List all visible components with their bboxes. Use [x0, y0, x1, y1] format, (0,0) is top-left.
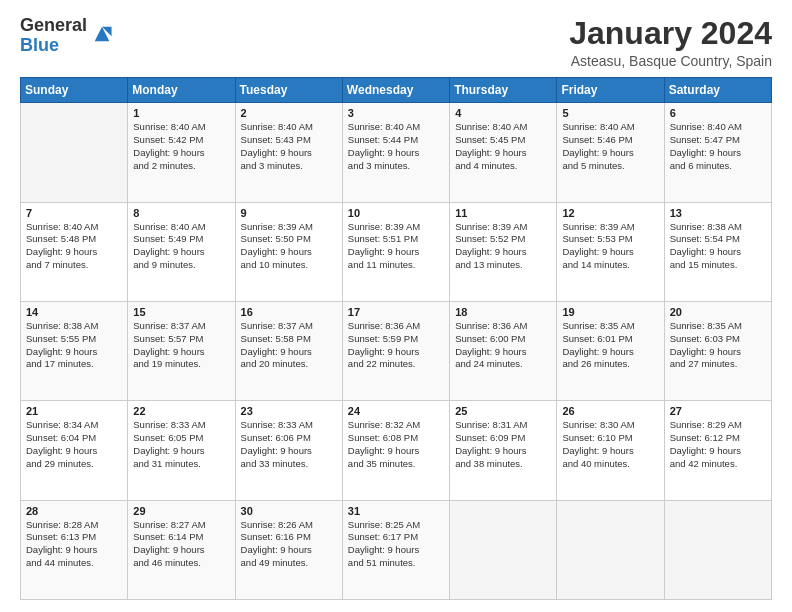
cell-info: Sunrise: 8:36 AMSunset: 6:00 PMDaylight:… [455, 320, 551, 371]
cell-info: Sunrise: 8:40 AMSunset: 5:47 PMDaylight:… [670, 121, 766, 172]
calendar-week-row: 28Sunrise: 8:28 AMSunset: 6:13 PMDayligh… [21, 500, 772, 599]
calendar-cell [557, 500, 664, 599]
calendar-day-header: Monday [128, 78, 235, 103]
calendar-week-row: 14Sunrise: 8:38 AMSunset: 5:55 PMDayligh… [21, 301, 772, 400]
cell-date: 27 [670, 405, 766, 417]
cell-date: 25 [455, 405, 551, 417]
calendar-cell: 19Sunrise: 8:35 AMSunset: 6:01 PMDayligh… [557, 301, 664, 400]
calendar-cell: 27Sunrise: 8:29 AMSunset: 6:12 PMDayligh… [664, 401, 771, 500]
header: General Blue January 2024 Asteasu, Basqu… [20, 16, 772, 69]
calendar-cell: 3Sunrise: 8:40 AMSunset: 5:44 PMDaylight… [342, 103, 449, 202]
calendar-cell: 29Sunrise: 8:27 AMSunset: 6:14 PMDayligh… [128, 500, 235, 599]
calendar-cell: 4Sunrise: 8:40 AMSunset: 5:45 PMDaylight… [450, 103, 557, 202]
cell-info: Sunrise: 8:40 AMSunset: 5:42 PMDaylight:… [133, 121, 229, 172]
calendar-cell: 22Sunrise: 8:33 AMSunset: 6:05 PMDayligh… [128, 401, 235, 500]
cell-date: 7 [26, 207, 122, 219]
calendar-cell: 26Sunrise: 8:30 AMSunset: 6:10 PMDayligh… [557, 401, 664, 500]
calendar-week-row: 21Sunrise: 8:34 AMSunset: 6:04 PMDayligh… [21, 401, 772, 500]
cell-date: 13 [670, 207, 766, 219]
cell-date: 2 [241, 107, 337, 119]
calendar-week-row: 1Sunrise: 8:40 AMSunset: 5:42 PMDaylight… [21, 103, 772, 202]
cell-info: Sunrise: 8:34 AMSunset: 6:04 PMDaylight:… [26, 419, 122, 470]
cell-info: Sunrise: 8:30 AMSunset: 6:10 PMDaylight:… [562, 419, 658, 470]
calendar-cell: 12Sunrise: 8:39 AMSunset: 5:53 PMDayligh… [557, 202, 664, 301]
calendar-day-header: Thursday [450, 78, 557, 103]
calendar-cell: 2Sunrise: 8:40 AMSunset: 5:43 PMDaylight… [235, 103, 342, 202]
calendar-cell: 15Sunrise: 8:37 AMSunset: 5:57 PMDayligh… [128, 301, 235, 400]
cell-date: 12 [562, 207, 658, 219]
logo-general: General [20, 16, 87, 36]
cell-info: Sunrise: 8:35 AMSunset: 6:01 PMDaylight:… [562, 320, 658, 371]
calendar-cell: 21Sunrise: 8:34 AMSunset: 6:04 PMDayligh… [21, 401, 128, 500]
calendar-cell: 9Sunrise: 8:39 AMSunset: 5:50 PMDaylight… [235, 202, 342, 301]
cell-date: 31 [348, 505, 444, 517]
cell-info: Sunrise: 8:40 AMSunset: 5:48 PMDaylight:… [26, 221, 122, 272]
calendar-cell: 13Sunrise: 8:38 AMSunset: 5:54 PMDayligh… [664, 202, 771, 301]
cell-info: Sunrise: 8:37 AMSunset: 5:57 PMDaylight:… [133, 320, 229, 371]
cell-info: Sunrise: 8:38 AMSunset: 5:54 PMDaylight:… [670, 221, 766, 272]
cell-date: 6 [670, 107, 766, 119]
calendar-cell: 8Sunrise: 8:40 AMSunset: 5:49 PMDaylight… [128, 202, 235, 301]
page: General Blue January 2024 Asteasu, Basqu… [0, 0, 792, 612]
calendar-table: SundayMondayTuesdayWednesdayThursdayFrid… [20, 77, 772, 600]
cell-date: 5 [562, 107, 658, 119]
cell-date: 24 [348, 405, 444, 417]
cell-info: Sunrise: 8:37 AMSunset: 5:58 PMDaylight:… [241, 320, 337, 371]
calendar-cell: 11Sunrise: 8:39 AMSunset: 5:52 PMDayligh… [450, 202, 557, 301]
cell-info: Sunrise: 8:40 AMSunset: 5:45 PMDaylight:… [455, 121, 551, 172]
cell-info: Sunrise: 8:32 AMSunset: 6:08 PMDaylight:… [348, 419, 444, 470]
cell-info: Sunrise: 8:25 AMSunset: 6:17 PMDaylight:… [348, 519, 444, 570]
cell-date: 1 [133, 107, 229, 119]
cell-date: 8 [133, 207, 229, 219]
calendar-cell [450, 500, 557, 599]
calendar-header: SundayMondayTuesdayWednesdayThursdayFrid… [21, 78, 772, 103]
cell-date: 28 [26, 505, 122, 517]
logo-text: General Blue [20, 16, 87, 56]
cell-date: 4 [455, 107, 551, 119]
calendar-cell: 6Sunrise: 8:40 AMSunset: 5:47 PMDaylight… [664, 103, 771, 202]
cell-info: Sunrise: 8:28 AMSunset: 6:13 PMDaylight:… [26, 519, 122, 570]
cell-date: 21 [26, 405, 122, 417]
cell-info: Sunrise: 8:26 AMSunset: 6:16 PMDaylight:… [241, 519, 337, 570]
cell-info: Sunrise: 8:40 AMSunset: 5:43 PMDaylight:… [241, 121, 337, 172]
cell-info: Sunrise: 8:36 AMSunset: 5:59 PMDaylight:… [348, 320, 444, 371]
cell-date: 11 [455, 207, 551, 219]
cell-info: Sunrise: 8:39 AMSunset: 5:52 PMDaylight:… [455, 221, 551, 272]
cell-date: 22 [133, 405, 229, 417]
calendar-day-header: Sunday [21, 78, 128, 103]
cell-info: Sunrise: 8:40 AMSunset: 5:49 PMDaylight:… [133, 221, 229, 272]
cell-date: 18 [455, 306, 551, 318]
calendar-header-row: SundayMondayTuesdayWednesdayThursdayFrid… [21, 78, 772, 103]
calendar-day-header: Tuesday [235, 78, 342, 103]
title-block: January 2024 Asteasu, Basque Country, Sp… [569, 16, 772, 69]
cell-info: Sunrise: 8:31 AMSunset: 6:09 PMDaylight:… [455, 419, 551, 470]
cell-info: Sunrise: 8:40 AMSunset: 5:46 PMDaylight:… [562, 121, 658, 172]
cell-date: 3 [348, 107, 444, 119]
calendar-cell: 23Sunrise: 8:33 AMSunset: 6:06 PMDayligh… [235, 401, 342, 500]
cell-info: Sunrise: 8:39 AMSunset: 5:50 PMDaylight:… [241, 221, 337, 272]
calendar-day-header: Friday [557, 78, 664, 103]
cell-info: Sunrise: 8:39 AMSunset: 5:51 PMDaylight:… [348, 221, 444, 272]
calendar-cell: 10Sunrise: 8:39 AMSunset: 5:51 PMDayligh… [342, 202, 449, 301]
logo-blue: Blue [20, 36, 87, 56]
calendar-day-header: Wednesday [342, 78, 449, 103]
calendar-cell: 5Sunrise: 8:40 AMSunset: 5:46 PMDaylight… [557, 103, 664, 202]
cell-date: 20 [670, 306, 766, 318]
cell-info: Sunrise: 8:35 AMSunset: 6:03 PMDaylight:… [670, 320, 766, 371]
calendar-cell: 20Sunrise: 8:35 AMSunset: 6:03 PMDayligh… [664, 301, 771, 400]
calendar-cell: 24Sunrise: 8:32 AMSunset: 6:08 PMDayligh… [342, 401, 449, 500]
main-title: January 2024 [569, 16, 772, 51]
calendar-body: 1Sunrise: 8:40 AMSunset: 5:42 PMDaylight… [21, 103, 772, 600]
cell-date: 15 [133, 306, 229, 318]
cell-date: 29 [133, 505, 229, 517]
calendar-cell: 25Sunrise: 8:31 AMSunset: 6:09 PMDayligh… [450, 401, 557, 500]
subtitle: Asteasu, Basque Country, Spain [569, 53, 772, 69]
cell-info: Sunrise: 8:29 AMSunset: 6:12 PMDaylight:… [670, 419, 766, 470]
calendar-cell: 14Sunrise: 8:38 AMSunset: 5:55 PMDayligh… [21, 301, 128, 400]
calendar-cell: 17Sunrise: 8:36 AMSunset: 5:59 PMDayligh… [342, 301, 449, 400]
calendar-cell: 31Sunrise: 8:25 AMSunset: 6:17 PMDayligh… [342, 500, 449, 599]
logo-icon [91, 23, 113, 45]
cell-date: 23 [241, 405, 337, 417]
cell-date: 30 [241, 505, 337, 517]
cell-info: Sunrise: 8:40 AMSunset: 5:44 PMDaylight:… [348, 121, 444, 172]
